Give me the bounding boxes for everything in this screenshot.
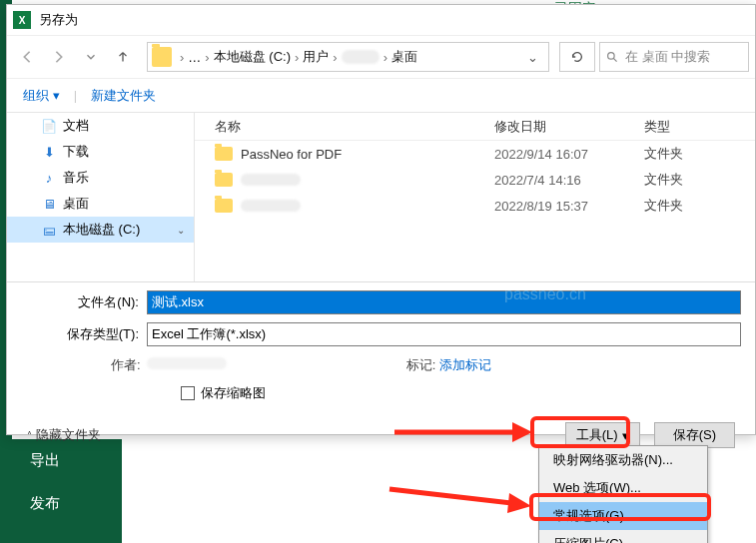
- refresh-button[interactable]: [559, 42, 595, 72]
- breadcrumb-desktop[interactable]: 桌面: [391, 48, 417, 66]
- breadcrumb-drive[interactable]: 本地磁盘 (C:): [214, 48, 291, 66]
- redacted-name: [241, 200, 301, 212]
- sidebar-item-drive[interactable]: 🖴本地磁盘 (C:)⌄: [7, 217, 194, 243]
- add-tag-link[interactable]: 添加标记: [439, 357, 491, 372]
- svg-point-0: [608, 52, 615, 59]
- sidebar-item-music[interactable]: ♪音乐: [7, 165, 194, 191]
- column-date[interactable]: 修改日期: [494, 118, 644, 136]
- new-folder-button[interactable]: 新建文件夹: [83, 83, 164, 109]
- desktop-icon: 🖥: [41, 196, 57, 212]
- dialog-title: 另存为: [39, 11, 78, 29]
- chevron-right-icon: ›: [383, 50, 387, 65]
- breadcrumb-redacted[interactable]: [342, 50, 379, 64]
- sidebar-item-desktop[interactable]: 🖥桌面: [7, 191, 194, 217]
- nav-back-button[interactable]: [13, 43, 41, 71]
- sidebar-item-downloads[interactable]: ⬇下载: [7, 139, 194, 165]
- chevron-right-icon: ›: [205, 50, 209, 65]
- column-name[interactable]: 名称: [215, 118, 494, 136]
- nav-forward-button[interactable]: [45, 43, 73, 71]
- hide-folders-button[interactable]: ˄隐藏文件夹: [27, 426, 101, 444]
- breadcrumb[interactable]: › … › 本地磁盘 (C:) › 用户 › › 桌面 ⌄: [147, 42, 549, 72]
- chevron-down-icon[interactable]: ⌄: [177, 225, 185, 236]
- svg-line-3: [389, 489, 511, 503]
- download-icon: ⬇: [41, 144, 57, 160]
- annotation-arrow: [389, 479, 534, 522]
- excel-icon: X: [13, 11, 31, 29]
- search-input[interactable]: 在 桌面 中搜索: [599, 42, 749, 72]
- menu-compress-pictures[interactable]: 压缩图片(C)...: [539, 530, 707, 543]
- tools-dropdown: 映射网络驱动器(N)... Web 选项(W)... 常规选项(G)... 压缩…: [538, 445, 708, 543]
- author-redacted[interactable]: [147, 357, 227, 369]
- folder-icon: [152, 47, 172, 67]
- caret-down-icon: ▾: [622, 428, 629, 443]
- drive-icon: 🖴: [41, 222, 57, 238]
- caret-up-icon: ˄: [27, 430, 32, 441]
- save-as-dialog: X 另存为 › … › 本地磁盘 (C:) › 用户 › › 桌面 ⌄ 在 桌面…: [6, 4, 756, 435]
- redacted-name: [241, 174, 301, 186]
- save-thumbnail-checkbox[interactable]: [181, 386, 195, 400]
- filename-label: 文件名(N):: [21, 293, 147, 311]
- breadcrumb-ellipsis[interactable]: …: [188, 50, 201, 65]
- save-thumbnail-label: 保存缩略图: [201, 384, 266, 402]
- search-icon: [606, 51, 619, 64]
- tags-label: 标记:: [406, 357, 436, 372]
- nav-up-button[interactable]: [109, 43, 137, 71]
- author-label: 作者:: [111, 357, 141, 372]
- places-sidebar: 📄文档 ⬇下载 ♪音乐 🖥桌面 🖴本地磁盘 (C:)⌄: [7, 113, 195, 281]
- sidebar-item-documents[interactable]: 📄文档: [7, 113, 194, 139]
- folder-icon: [215, 199, 233, 213]
- file-row[interactable]: 2022/8/19 15:37 文件夹: [195, 193, 755, 219]
- backstage-publish[interactable]: 发布: [12, 482, 122, 525]
- organize-button[interactable]: 组织 ▾: [15, 83, 68, 109]
- file-row[interactable]: PassNeo for PDF 2022/9/14 16:07 文件夹: [195, 141, 755, 167]
- savetype-label: 保存类型(T):: [21, 325, 147, 343]
- chevron-right-icon: ›: [333, 50, 337, 65]
- file-row[interactable]: 2022/7/4 14:16 文件夹: [195, 167, 755, 193]
- folder-icon: [215, 147, 233, 161]
- breadcrumb-dropdown-icon[interactable]: ⌄: [521, 50, 544, 65]
- nav-recent-button[interactable]: [77, 43, 105, 71]
- svg-marker-4: [507, 493, 531, 513]
- menu-map-drive[interactable]: 映射网络驱动器(N)...: [539, 446, 707, 474]
- chevron-right-icon: ›: [180, 50, 184, 65]
- column-type[interactable]: 类型: [644, 118, 724, 136]
- chevron-right-icon: ›: [295, 50, 299, 65]
- search-placeholder: 在 桌面 中搜索: [625, 48, 710, 66]
- savetype-combo[interactable]: [147, 322, 741, 346]
- folder-icon: [215, 173, 233, 187]
- music-icon: ♪: [41, 170, 57, 186]
- menu-general-options[interactable]: 常规选项(G)...: [539, 502, 707, 530]
- svg-marker-2: [512, 422, 532, 442]
- filename-input[interactable]: [147, 290, 741, 314]
- column-headers: 名称 修改日期 类型: [195, 113, 755, 141]
- document-icon: 📄: [41, 118, 57, 134]
- breadcrumb-users[interactable]: 用户: [303, 48, 329, 66]
- annotation-arrow: [394, 417, 534, 450]
- menu-web-options[interactable]: Web 选项(W)...: [539, 474, 707, 502]
